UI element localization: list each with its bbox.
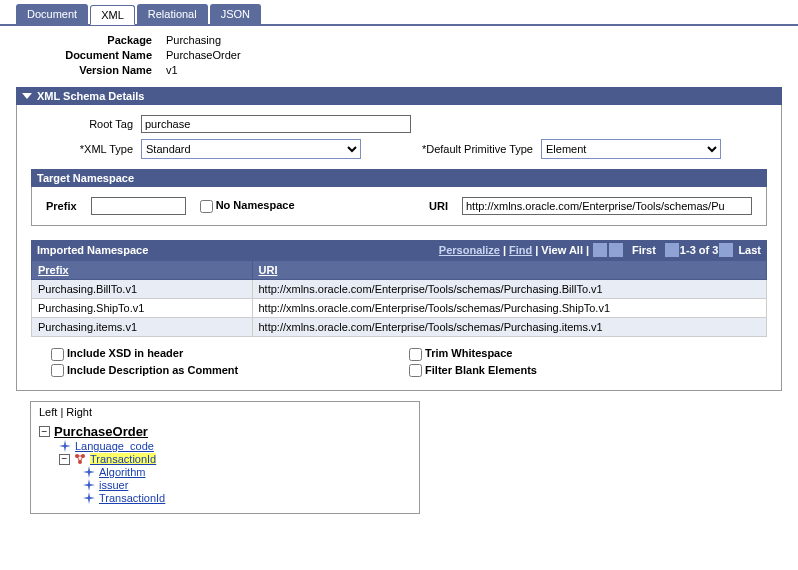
default-primitive-type-label: Default Primitive Type: [391, 143, 541, 155]
cell-uri: http://xmlns.oracle.com/Enterprise/Tools…: [252, 280, 767, 299]
cell-uri: http://xmlns.oracle.com/Enterprise/Tools…: [252, 318, 767, 337]
sparkle-icon: [83, 479, 95, 491]
package-value: Purchasing: [166, 34, 221, 46]
metadata-section: Package Purchasing Document Name Purchas…: [0, 26, 798, 87]
imported-title: Imported Namespace: [37, 244, 148, 256]
collapse-icon[interactable]: −: [39, 426, 50, 437]
view-all-text: View All: [541, 244, 583, 256]
prev-icon[interactable]: [665, 243, 679, 257]
sparkle-icon: [83, 466, 95, 478]
tree-panel: Left | Right − PurchaseOrder Language_co…: [30, 401, 420, 514]
collapse-icon[interactable]: −: [59, 454, 70, 465]
tree-issuer[interactable]: issuer: [99, 479, 128, 491]
root-tag-input[interactable]: [141, 115, 411, 133]
no-namespace-checkbox[interactable]: [200, 200, 213, 213]
document-name-value: PurchaseOrder: [166, 49, 241, 61]
tree-root[interactable]: PurchaseOrder: [54, 424, 148, 439]
grid-icon[interactable]: [609, 243, 623, 257]
tree-language-code[interactable]: Language_code: [75, 440, 154, 452]
document-name-label: Document Name: [16, 49, 166, 61]
last-text: Last: [734, 244, 761, 256]
version-name-value: v1: [166, 64, 178, 76]
filter-blank-label[interactable]: Filter Blank Elements: [409, 364, 767, 378]
table-row: Purchasing.BillTo.v1 http://xmlns.oracle…: [32, 280, 767, 299]
find-link[interactable]: Find: [509, 244, 532, 256]
tab-relational[interactable]: Relational: [137, 4, 208, 24]
filter-blank-checkbox[interactable]: [409, 364, 422, 377]
include-desc-label[interactable]: Include Description as Comment: [51, 364, 409, 378]
cell-prefix: Purchasing.ShipTo.v1: [32, 299, 253, 318]
tab-xml[interactable]: XML: [90, 5, 135, 25]
xml-type-label: XML Type: [31, 143, 141, 155]
tree-right-link[interactable]: Right: [66, 406, 92, 418]
xml-schema-details-header[interactable]: XML Schema Details: [16, 87, 782, 105]
xml-type-select[interactable]: Standard: [141, 139, 361, 159]
prefix-input[interactable]: [91, 197, 186, 215]
next-icon[interactable]: [719, 243, 733, 257]
target-namespace-header: Target Namespace: [31, 169, 767, 187]
version-name-label: Version Name: [16, 64, 166, 76]
sparkle-icon: [83, 492, 95, 504]
cell-prefix: Purchasing.items.v1: [32, 318, 253, 337]
trim-whitespace-label[interactable]: Trim Whitespace: [409, 347, 767, 361]
section-title: XML Schema Details: [37, 90, 144, 102]
uri-label: URI: [429, 200, 448, 212]
include-xsd-label[interactable]: Include XSD in header: [51, 347, 409, 361]
imported-namespace-table: Prefix URI Purchasing.BillTo.v1 http://x…: [31, 260, 767, 337]
tree-transaction-id[interactable]: TransactionId: [90, 453, 156, 465]
no-namespace-label[interactable]: No Namespace: [200, 199, 295, 213]
cell-uri: http://xmlns.oracle.com/Enterprise/Tools…: [252, 299, 767, 318]
zoom-icon[interactable]: [593, 243, 607, 257]
cell-prefix: Purchasing.BillTo.v1: [32, 280, 253, 299]
default-primitive-type-select[interactable]: Element: [541, 139, 721, 159]
first-text: First: [624, 244, 664, 256]
prefix-label: Prefix: [46, 200, 77, 212]
table-row: Purchasing.ShipTo.v1 http://xmlns.oracle…: [32, 299, 767, 318]
imported-namespace-header: Imported Namespace Personalize| Find| Vi…: [31, 240, 767, 260]
personalize-link[interactable]: Personalize: [439, 244, 500, 256]
include-desc-checkbox[interactable]: [51, 364, 64, 377]
target-namespace-content: Prefix No Namespace URI: [31, 187, 767, 226]
hub-icon: [74, 453, 86, 465]
root-tag-label: Root Tag: [31, 118, 141, 130]
sparkle-icon: [59, 440, 71, 452]
tab-json[interactable]: JSON: [210, 4, 261, 24]
tree-transaction-id-2[interactable]: TransactionId: [99, 492, 165, 504]
tab-document[interactable]: Document: [16, 4, 88, 24]
tree-left-link[interactable]: Left: [39, 406, 57, 418]
package-label: Package: [16, 34, 166, 46]
range-text: 1-3 of 3: [680, 244, 719, 256]
uri-input[interactable]: [462, 197, 752, 215]
col-uri[interactable]: URI: [252, 261, 767, 280]
col-prefix[interactable]: Prefix: [32, 261, 253, 280]
trim-whitespace-checkbox[interactable]: [409, 348, 422, 361]
collapse-icon: [22, 93, 32, 99]
tree-algorithm[interactable]: Algorithm: [99, 466, 145, 478]
include-xsd-checkbox[interactable]: [51, 348, 64, 361]
table-row: Purchasing.items.v1 http://xmlns.oracle.…: [32, 318, 767, 337]
xml-schema-details-content: Root Tag XML Type Standard Default Primi…: [16, 105, 782, 391]
options-grid: Include XSD in header Include Descriptio…: [31, 347, 767, 380]
tab-bar: Document XML Relational JSON: [0, 0, 798, 26]
